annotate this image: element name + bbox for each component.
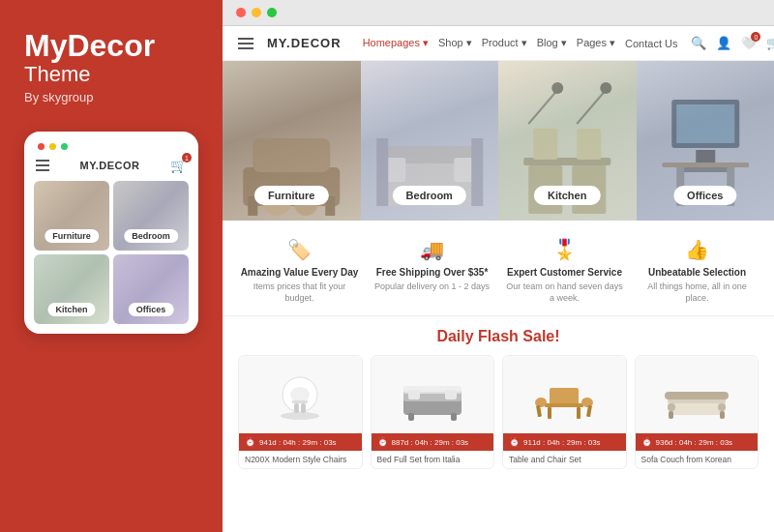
search-icon[interactable]: 🔍 bbox=[691, 36, 706, 50]
mobile-hamburger-icon[interactable] bbox=[36, 160, 49, 171]
brand-title: MyDecor bbox=[24, 29, 198, 63]
user-icon[interactable]: 👤 bbox=[716, 36, 731, 50]
nav-icons: 🔍 👤 🤍 0 🛒 0 bbox=[691, 36, 774, 50]
mobile-cell-kitchen[interactable]: Kitchen bbox=[34, 254, 109, 324]
svg-rect-53 bbox=[718, 403, 726, 411]
mobile-label-bedroom: Bedroom bbox=[124, 229, 178, 243]
feature-selection: 👍 Unbeatable Selection All things home, … bbox=[636, 238, 759, 304]
product-timer-1: ⏰ 887d : 04h : 29m : 03s bbox=[372, 433, 494, 451]
svg-rect-16 bbox=[577, 129, 601, 160]
svg-rect-25 bbox=[662, 163, 749, 167]
browser-dot-yellow[interactable] bbox=[252, 8, 261, 17]
mobile-label-furniture: Furniture bbox=[45, 229, 99, 243]
brand-block: MyDecor Theme By skygroup bbox=[24, 29, 198, 104]
mobile-cart-badge: 1 bbox=[182, 153, 192, 163]
nav-link-product[interactable]: Product ▾ bbox=[482, 37, 527, 49]
mobile-dots bbox=[34, 143, 189, 150]
feature-value: 🏷️ Amazing Value Every Day Items prices … bbox=[238, 238, 361, 304]
svg-rect-52 bbox=[668, 403, 675, 411]
mobile-cell-furniture[interactable]: Furniture bbox=[34, 181, 109, 251]
hero-label-kitchen: Kitchen bbox=[534, 186, 600, 205]
product-timer-2: ⏰ 911d : 04h : 29m : 03s bbox=[503, 433, 626, 451]
svg-rect-39 bbox=[445, 390, 457, 399]
mobile-cell-bedroom[interactable]: Bedroom bbox=[113, 181, 189, 251]
feature-desc-selection: All things home, all in one place. bbox=[636, 281, 759, 304]
hero-label-offices: Offices bbox=[673, 186, 736, 205]
nav-link-pages[interactable]: Pages ▾ bbox=[577, 37, 615, 49]
nav-link-homepages[interactable]: Homepages ▾ bbox=[363, 37, 429, 49]
product-timer-text-1: 887d : 04h : 29m : 03s bbox=[392, 438, 469, 447]
svg-rect-33 bbox=[301, 403, 306, 413]
mobile-cart-icon[interactable]: 🛒 1 bbox=[170, 158, 187, 173]
feature-desc-value: Items prices that fit your budget. bbox=[238, 281, 361, 304]
svg-rect-32 bbox=[294, 403, 299, 413]
hero-cell-bedroom[interactable]: Bedroom bbox=[361, 61, 499, 221]
svg-rect-42 bbox=[550, 388, 579, 405]
product-timer-text-2: 911d : 04h : 29m : 03s bbox=[523, 438, 601, 447]
product-card-1[interactable]: ⏰ 887d : 04h : 29m : 03s Bed Full Set fr… bbox=[371, 355, 495, 469]
feature-shipping: 🚚 Free Shipping Over $35* Popular delive… bbox=[371, 238, 493, 304]
svg-point-28 bbox=[281, 412, 319, 420]
nav-link-contact[interactable]: Contact Us bbox=[625, 37, 677, 49]
flash-sale-section: Daily Flash Sale! ⏰ bbox=[223, 316, 774, 477]
svg-rect-15 bbox=[533, 129, 557, 160]
svg-rect-31 bbox=[292, 400, 308, 403]
svg-point-20 bbox=[600, 82, 611, 94]
svg-line-17 bbox=[528, 90, 557, 124]
svg-rect-30 bbox=[290, 387, 310, 402]
mobile-nav: MY.DECOR 🛒 1 bbox=[34, 158, 189, 173]
product-name-0: N200X Modern Style Chairs bbox=[239, 451, 362, 468]
timer-icon-1: ⏰ bbox=[377, 437, 388, 447]
nav-link-shop[interactable]: Shop ▾ bbox=[438, 37, 472, 49]
wishlist-badge: 0 bbox=[751, 32, 760, 42]
svg-line-19 bbox=[577, 90, 606, 124]
wishlist-icon[interactable]: 🤍 0 bbox=[741, 36, 757, 50]
nav-hamburger-icon[interactable] bbox=[238, 38, 253, 49]
browser-dot-red[interactable] bbox=[236, 8, 246, 17]
svg-rect-45 bbox=[577, 407, 580, 419]
mobile-dot-green bbox=[61, 143, 68, 150]
service-icon: 🎖️ bbox=[552, 238, 577, 261]
feature-title-value: Amazing Value Every Day bbox=[241, 267, 359, 278]
svg-rect-41 bbox=[451, 413, 457, 421]
mobile-mockup: MY.DECOR 🛒 1 Furniture Bedroom Kitchen O… bbox=[24, 132, 198, 334]
product-timer-3: ⏰ 936d : 04h : 29m : 03s bbox=[636, 433, 759, 451]
cart-icon[interactable]: 🛒 0 bbox=[766, 36, 774, 50]
feature-title-shipping: Free Shipping Over $35* bbox=[376, 267, 489, 278]
shipping-icon: 🚚 bbox=[420, 238, 444, 261]
flash-sale-title: Daily Flash Sale! bbox=[238, 328, 759, 345]
product-img-0 bbox=[239, 356, 362, 433]
hero-category-grid: Furniture Bedroom bbox=[223, 61, 774, 221]
product-name-3: Sofa Couch from Korean bbox=[636, 451, 759, 468]
svg-rect-22 bbox=[676, 104, 734, 143]
product-timer-0: ⏰ 941d : 04h : 29m : 03s bbox=[239, 433, 362, 451]
mobile-cell-offices[interactable]: Offices bbox=[113, 254, 189, 324]
svg-rect-55 bbox=[669, 411, 673, 419]
hero-label-furniture: Furniture bbox=[254, 186, 328, 205]
product-timer-text-3: 936d : 04h : 29m : 03s bbox=[656, 438, 733, 447]
feature-title-service: Expert Customer Service bbox=[507, 267, 622, 278]
nav-links: Homepages ▾ Shop ▾ Product ▾ Blog ▾ Page… bbox=[363, 37, 678, 49]
product-card-0[interactable]: ⏰ 941d : 04h : 29m : 03s N200X Modern St… bbox=[238, 355, 363, 469]
feature-desc-shipping: Popular delivery on 1 - 2 days bbox=[374, 281, 490, 293]
product-card-2[interactable]: ⏰ 911d : 04h : 29m : 03s Table and Chair… bbox=[502, 355, 627, 469]
svg-rect-11 bbox=[471, 138, 483, 206]
product-name-2: Table and Chair Set bbox=[503, 451, 626, 468]
value-icon: 🏷️ bbox=[287, 238, 312, 261]
hero-cell-offices[interactable]: Offices bbox=[637, 61, 775, 221]
svg-rect-1 bbox=[253, 138, 330, 172]
product-name-1: Bed Full Set from Italia bbox=[372, 451, 494, 468]
browser-chrome bbox=[223, 0, 774, 26]
hero-cell-kitchen[interactable]: Kitchen bbox=[498, 61, 637, 221]
product-img-3 bbox=[636, 356, 759, 433]
features-row: 🏷️ Amazing Value Every Day Items prices … bbox=[223, 221, 774, 316]
hero-cell-furniture[interactable]: Furniture bbox=[223, 61, 361, 221]
browser-dot-green[interactable] bbox=[267, 8, 277, 17]
svg-rect-10 bbox=[376, 138, 388, 206]
svg-rect-43 bbox=[545, 403, 583, 407]
nav-link-blog[interactable]: Blog ▾ bbox=[537, 37, 567, 49]
product-card-3[interactable]: ⏰ 936d : 04h : 29m : 03s Sofa Couch from… bbox=[635, 355, 759, 469]
feature-title-selection: Unbeatable Selection bbox=[648, 267, 746, 278]
hero-label-bedroom: Bedroom bbox=[393, 186, 466, 205]
svg-rect-54 bbox=[665, 392, 729, 399]
